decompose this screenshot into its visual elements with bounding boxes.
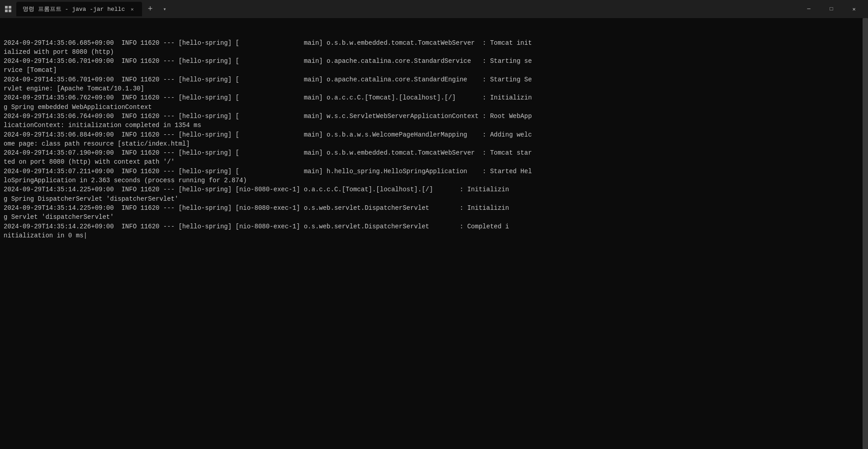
window-controls: ─ □ ✕ — [798, 2, 864, 16]
tab-dropdown-button[interactable]: ▾ — [158, 3, 171, 15]
terminal-line: 2024-09-29T14:35:07.211+09:00 INFO 11620… — [4, 167, 864, 176]
terminal-line: ome page: class path resource [static/in… — [4, 139, 864, 148]
terminal-line: rvlet engine: [Apache Tomcat/10.1.30] — [4, 84, 864, 93]
svg-rect-3 — [9, 9, 11, 12]
svg-rect-1 — [9, 6, 11, 9]
terminal-line: nitialization in 0 ms — [4, 231, 864, 240]
close-button[interactable]: ✕ — [844, 2, 864, 16]
terminal-line: g Spring DispatcherServlet 'dispatcherSe… — [4, 194, 864, 203]
terminal-line: 2024-09-29T14:35:14.225+09:00 INFO 11620… — [4, 185, 864, 194]
svg-rect-0 — [5, 6, 8, 9]
terminal-line: 2024-09-29T14:35:06.685+09:00 INFO 11620… — [4, 38, 864, 47]
scrollbar[interactable] — [863, 18, 868, 449]
minimize-button[interactable]: ─ — [798, 2, 819, 16]
tab-container: 명령 프롬프트 - java -jar hellc ✕ + ▾ — [16, 2, 171, 16]
terminal-line: 2024-09-29T14:35:06.701+09:00 INFO 11620… — [4, 57, 864, 66]
active-tab[interactable]: 명령 프롬프트 - java -jar hellc ✕ — [16, 2, 142, 16]
terminal-line: 2024-09-29T14:35:06.762+09:00 INFO 11620… — [4, 93, 864, 102]
terminal-line: rvice [Tomcat] — [4, 66, 864, 75]
terminal-line: loSpringApplication in 2.363 seconds (pr… — [4, 176, 864, 185]
scrollbar-thumb[interactable] — [863, 18, 868, 449]
terminal-line: 2024-09-29T14:35:06.701+09:00 INFO 11620… — [4, 75, 864, 84]
terminal-line: ialized with port 8080 (http) — [4, 47, 864, 57]
terminal-window: 명령 프롬프트 - java -jar hellc ✕ + ▾ ─ □ ✕ 20… — [0, 0, 868, 449]
new-tab-button[interactable]: + — [144, 3, 157, 15]
svg-rect-2 — [5, 9, 8, 12]
terminal-line: g Servlet 'dispatcherServlet' — [4, 213, 864, 222]
title-bar: 명령 프롬프트 - java -jar hellc ✕ + ▾ ─ □ ✕ — [0, 0, 868, 18]
terminal-line: g Spring embedded WebApplicationContext — [4, 103, 864, 112]
terminal-line: 2024-09-29T14:35:06.764+09:00 INFO 11620… — [4, 112, 864, 121]
window-icon — [4, 5, 13, 14]
terminal-line: 2024-09-29T14:35:14.225+09:00 INFO 11620… — [4, 203, 864, 213]
title-bar-left: 명령 프롬프트 - java -jar hellc ✕ + ▾ — [4, 2, 798, 16]
terminal-output[interactable]: 2024-09-29T14:35:06.685+09:00 INFO 11620… — [0, 18, 868, 449]
terminal-line: licationContext: initialization complete… — [4, 121, 864, 130]
terminal-line: ted on port 8080 (http) with context pat… — [4, 157, 864, 166]
maximize-button[interactable]: □ — [821, 2, 842, 16]
terminal-line: 2024-09-29T14:35:06.884+09:00 INFO 11620… — [4, 130, 864, 139]
terminal-line: 2024-09-29T14:35:14.226+09:00 INFO 11620… — [4, 222, 864, 231]
tab-close-button[interactable]: ✕ — [128, 5, 136, 13]
tab-label: 명령 프롬프트 - java -jar hellc — [23, 5, 125, 13]
terminal-line: 2024-09-29T14:35:07.190+09:00 INFO 11620… — [4, 148, 864, 157]
